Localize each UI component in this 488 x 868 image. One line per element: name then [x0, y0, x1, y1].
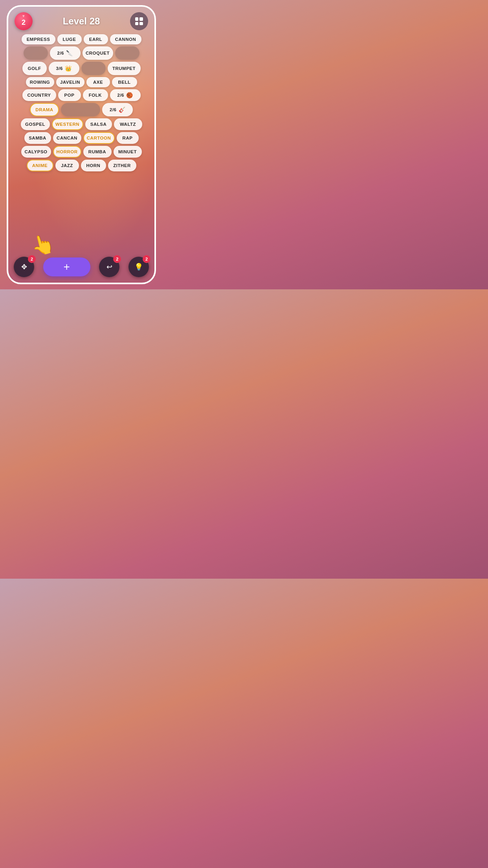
level-title: Level 28	[63, 16, 100, 27]
word-rowing[interactable]: ROWING	[26, 77, 54, 87]
row-0: EMPRESS LUGE EARL CANNON	[12, 34, 150, 44]
move-badge: 2	[28, 255, 36, 263]
add-button[interactable]: +	[43, 257, 90, 276]
counter-guitar: 2/6 🎸	[102, 103, 133, 116]
add-icon: +	[63, 261, 70, 273]
menu-icon	[135, 17, 143, 25]
word-rap[interactable]: RAP	[117, 132, 139, 144]
word-trumpet[interactable]: TRUMPET	[108, 62, 141, 75]
word-pop[interactable]: POP	[58, 89, 81, 101]
word-zither[interactable]: ZITHER	[108, 160, 136, 171]
undo-button[interactable]: 2 ↩	[99, 257, 119, 277]
word-javelin[interactable]: JAVELIN	[56, 77, 84, 87]
move-button[interactable]: 2 ✥	[14, 257, 34, 277]
word-cannon[interactable]: CANNON	[110, 34, 141, 44]
word-horn[interactable]: HORN	[81, 160, 106, 171]
knife-count: 2/6	[57, 51, 64, 55]
empty-pill-4	[61, 103, 100, 116]
lives-count: 2	[22, 18, 26, 27]
word-minuet[interactable]: MINUET	[114, 146, 142, 158]
undo-badge: 2	[113, 255, 121, 263]
basketball-icon: 🏀	[126, 92, 133, 98]
phone-frame: 2 Level 28 EMPRESS LUGE EARL CANNON 2/6 …	[7, 5, 156, 284]
counter-basketball: 2/6 🏀	[110, 89, 141, 101]
bball-count: 2/6	[117, 93, 125, 97]
counter-crown: 3/6 👑	[49, 62, 79, 75]
word-cartoon[interactable]: CARTOON	[83, 132, 115, 144]
row-8: CALYPSO HORROR RUMBA MINUET	[12, 146, 150, 158]
hint-badge: 2	[143, 255, 150, 263]
word-empress[interactable]: EMPRESS	[22, 34, 55, 44]
word-folk[interactable]: FOLK	[83, 89, 108, 101]
word-luge[interactable]: LUGE	[57, 34, 82, 44]
row-9: ANIME JAZZ HORN ZITHER	[12, 160, 150, 171]
word-earl[interactable]: EARL	[84, 34, 108, 44]
row-4: COUNTRY POP FOLK 2/6 🏀	[12, 89, 150, 101]
row-3: ROWING JAVELIN AXE BELL	[12, 77, 150, 87]
header: 2 Level 28	[8, 7, 154, 33]
word-gospel[interactable]: GOSPEL	[21, 118, 50, 130]
word-horror[interactable]: HORROR	[53, 146, 81, 158]
hint-button[interactable]: 2 💡	[128, 257, 149, 277]
row-2: GOLF 3/6 👑 TRUMPET	[12, 62, 150, 75]
row-7: SAMBA CANCAN CARTOON RAP	[12, 132, 150, 144]
word-calypso[interactable]: CALYPSO	[21, 146, 51, 158]
lives-badge: 2	[15, 12, 33, 30]
counter-knife: 2/6 🔪	[50, 46, 81, 60]
word-golf[interactable]: GOLF	[22, 62, 47, 75]
bottom-bar: 2 ✥ + 2 ↩ 2 💡	[8, 254, 154, 283]
menu-button[interactable]	[130, 12, 148, 30]
word-waltz[interactable]: WALTZ	[114, 118, 142, 130]
move-icon: ✥	[21, 263, 27, 271]
guitar-count: 2/6	[110, 107, 117, 112]
row-6: GOSPEL WESTERN SALSA WALTZ	[12, 118, 150, 130]
undo-icon: ↩	[106, 263, 112, 271]
knife-icon: 🔪	[66, 50, 73, 56]
crown-icon: 👑	[65, 65, 72, 72]
word-country[interactable]: COUNTRY	[22, 89, 56, 101]
word-rumba[interactable]: RUMBA	[83, 146, 112, 158]
word-croquet[interactable]: CROQUET	[83, 46, 113, 60]
empty-pill-2	[115, 46, 139, 60]
row-5: DRAMA 2/6 🎸	[12, 103, 150, 116]
empty-pill-3	[81, 62, 106, 75]
empty-pill-1	[24, 46, 48, 60]
hint-icon: 💡	[134, 263, 143, 271]
crown-count: 3/6	[56, 66, 63, 71]
word-grid: EMPRESS LUGE EARL CANNON 2/6 🔪 CROQUET G…	[8, 33, 154, 254]
word-salsa[interactable]: SALSA	[85, 118, 112, 130]
word-cancan[interactable]: CANCAN	[53, 132, 81, 144]
row-1: 2/6 🔪 CROQUET	[12, 46, 150, 60]
word-drama[interactable]: DRAMA	[30, 103, 59, 116]
word-jazz[interactable]: JAZZ	[55, 160, 79, 171]
guitar-icon: 🎸	[119, 107, 126, 113]
word-axe[interactable]: AXE	[86, 77, 110, 87]
word-samba[interactable]: SAMBA	[24, 132, 51, 144]
word-bell[interactable]: BELL	[112, 77, 137, 87]
word-western[interactable]: WESTERN	[52, 118, 83, 130]
word-anime[interactable]: ANIME	[27, 160, 53, 171]
